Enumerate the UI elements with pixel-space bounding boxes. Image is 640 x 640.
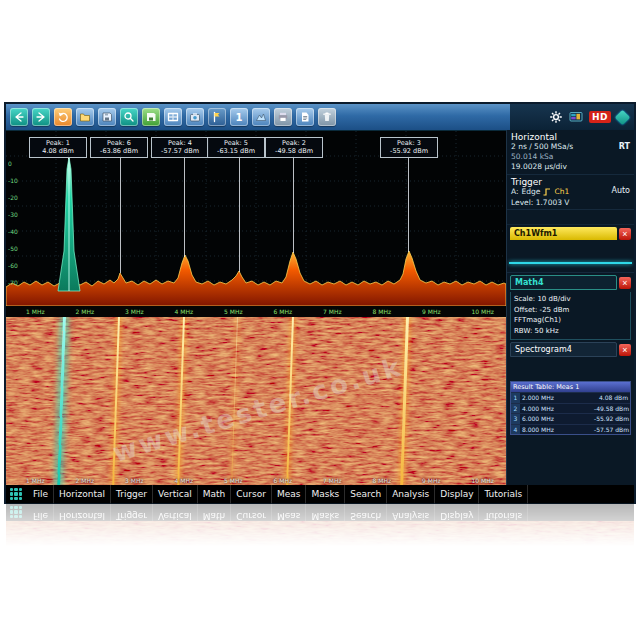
document-icon [299,111,311,123]
menu-item-masks[interactable]: Masks [306,485,345,503]
horizontal-settings-panel[interactable]: Horizontal RT 2 ns / 500 MSa/s 50.014 kS… [507,130,634,175]
close-ch1-button[interactable]: × [619,228,631,240]
spectrogram-traces [6,317,506,485]
menu-item-meas[interactable]: Meas [272,485,307,503]
flag-icon [211,111,223,123]
delete-button[interactable] [318,108,336,126]
spectrogram-display[interactable]: 1 MHz 2 MHz 3 MHz 4 MHz 5 MHz 6 MHz 7 MH… [6,317,506,485]
menu-item-analysis[interactable]: Analysis [387,485,435,503]
reflection-menu-item: Display [435,503,479,521]
menu-item-horizontal[interactable]: Horizontal [54,485,111,503]
menu-item-vertical[interactable]: Vertical [153,485,198,503]
spectrum-display[interactable]: 0 -10 -20 -30 -40 -50 -60 -70 Peak: 14.0… [6,130,506,306]
trigger-mode-badge: Auto [611,186,630,195]
table-row: 1 2.000 MHz 4.08 dBm [511,392,630,403]
amplitude-scale-label: -20 [8,195,18,201]
reflection-menu-item: Vertical [153,503,198,521]
forward-button[interactable] [32,108,50,126]
reflection-menu-bar: File Horizontal Trigger Vertical Math Cu… [6,503,634,521]
peak-marker-line [408,155,409,252]
toolbar: 1 HD [6,104,634,130]
camera-icon [189,111,201,123]
peak-marker-line [120,155,121,273]
menu-item-math[interactable]: Math [198,485,232,503]
spectrogram-frequency-axis: 1 MHz 2 MHz 3 MHz 4 MHz 5 MHz 6 MHz 7 MH… [6,477,506,484]
sidebar-spacer [507,359,634,379]
main-content: 0 -10 -20 -30 -40 -50 -60 -70 Peak: 14.0… [6,130,634,485]
trigger-a-label: A: [511,187,519,198]
smartgrid-button[interactable] [569,111,583,123]
math4-tab[interactable]: Math4 [510,275,617,290]
math-scale-value: Scale: 10 dB/div [514,294,627,305]
peak-marker-label: Peak: 14.08 dBm [29,137,87,158]
freq-tick-label: 4 MHz [175,308,194,315]
back-button[interactable] [10,108,28,126]
spectrum-frequency-axis: 1 MHz 2 MHz 3 MHz 4 MHz 5 MHz 6 MHz 7 MH… [6,306,506,317]
apps-grid-icon[interactable] [10,488,22,500]
product-photo: 1 HD [0,0,640,640]
freq-tick-label: 4 MHz [175,477,194,484]
menu-item-trigger[interactable]: Trigger [111,485,153,503]
menu-item-display[interactable]: Display [435,485,479,503]
freq-tick-label: 3 MHz [125,308,144,315]
freq-tick-label: 6 MHz [274,308,293,315]
grid-icon [167,111,179,123]
peak-marker-label: Peak: 4-57.57 dBm [151,137,209,158]
undo-button[interactable] [54,108,72,126]
ch1-waveform-line [509,262,632,264]
peak-marker-label: Peak: 2-49.58 dBm [265,137,323,158]
freq-tick-label: 2 MHz [76,308,95,315]
result-table[interactable]: Result Table: Meas 1 1 2.000 MHz 4.08 dB… [510,381,631,435]
close-icon: × [622,278,627,288]
peak-marker-line [184,155,185,257]
trigger-settings-panel[interactable]: Trigger Auto A: Edge Ch1 Level: 1.7003 V [507,175,634,210]
amplitude-scale-label: -50 [8,246,18,252]
rt-badge: RT [619,142,630,151]
screenshot-button[interactable] [186,108,204,126]
quick-save-button[interactable] [142,108,160,126]
marker-button[interactable] [208,108,226,126]
reflection-menu-item: Math [198,503,232,521]
menu-item-tutorials[interactable]: Tutorials [479,485,528,503]
settings-button[interactable] [549,110,563,124]
mask-test-button[interactable] [252,108,270,126]
numbered-marker-button[interactable]: 1 [230,108,248,126]
spectrogram4-tab[interactable]: Spectrogram4 [510,342,617,357]
zoom-button[interactable] [120,108,138,126]
toolbar-right: HD [510,104,634,130]
close-math4-button[interactable]: × [619,277,631,289]
marker-number-label: 1 [236,112,243,123]
math-rbw-value: RBW: 50 kHz [514,326,627,337]
sidebar-filler [507,437,634,485]
menu-item-file[interactable]: File [28,485,54,503]
open-file-button[interactable] [76,108,94,126]
signal-trace-line [286,317,294,485]
amplitude-scale-label: -30 [8,212,18,218]
floppy-green-icon [145,111,157,123]
math4-settings[interactable]: Scale: 10 dB/div Offset: -25 dBm FFTmag(… [510,292,631,340]
gear-icon [549,110,563,124]
monitor-icon [569,111,583,123]
menu-item-search[interactable]: Search [345,485,387,503]
menu-item-cursor[interactable]: Cursor [231,485,272,503]
report-button[interactable] [296,108,314,126]
print-button[interactable] [274,108,292,126]
freq-tick-label: 7 MHz [323,308,342,315]
signal-trace-line [177,317,185,485]
horizontal-panel-title: Horizontal [511,132,630,142]
spectrogram4-tab-row: Spectrogram4 × [507,340,634,359]
ch1-waveform-tab[interactable]: Ch1Wfm1 [510,227,617,240]
save-button[interactable] [98,108,116,126]
freq-tick-label: 2 MHz [76,477,95,484]
table-row: 4 8.000 MHz -57.57 dBm [511,424,630,435]
result-table-title: Result Table: Meas 1 [511,382,630,392]
reflection-menu-item: Masks [306,503,345,521]
freq-tick-label: 8 MHz [373,308,392,315]
math-offset-value: Offset: -25 dBm [514,305,627,316]
freq-tick-label: 1 MHz [26,477,45,484]
freq-tick-label: 6 MHz [274,477,293,484]
signal-trace-line-teal [57,317,66,485]
sample-rate-value: 2 ns / 500 MSa/s [511,142,630,152]
close-spectrogram4-button[interactable]: × [619,344,631,356]
display-grid-button[interactable] [164,108,182,126]
